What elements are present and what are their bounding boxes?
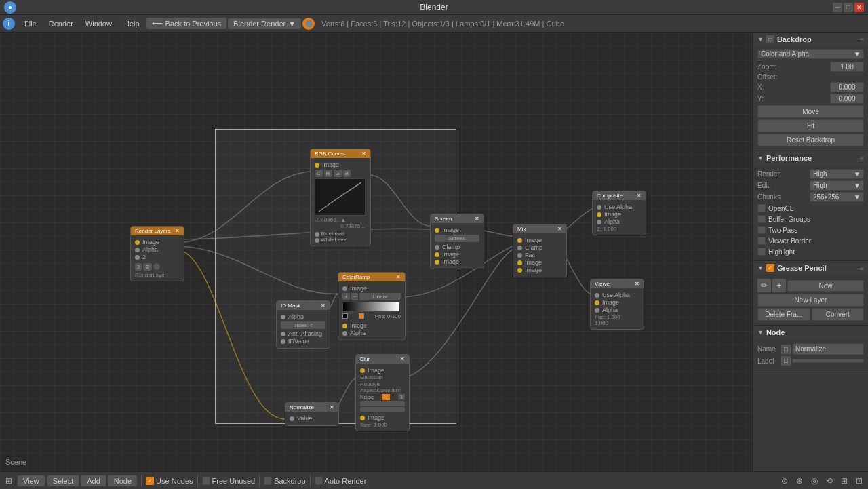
free-unused-checkbox[interactable]: [202, 477, 210, 485]
pivot-icon[interactable]: ◎: [808, 475, 821, 487]
add-menu[interactable]: Add: [81, 475, 106, 486]
node-rgb-curves[interactable]: RGB Curves ✕ Image C R G B: [310, 149, 371, 246]
menubar: i File Render Window Help ⟵ Back to Prev…: [0, 15, 868, 33]
right-icons: ⊙ ⊕ ◎ ⟲ ⊞ ⊡: [778, 475, 865, 487]
name-value[interactable]: Normalize: [792, 343, 864, 355]
node-mix[interactable]: Mix ✕ Image Clamp Fac: [513, 224, 567, 277]
node-header[interactable]: ▼ Node: [753, 326, 868, 339]
view-menu[interactable]: View: [18, 475, 45, 486]
reset-backdrop-button[interactable]: Reset Backdrop: [757, 134, 864, 146]
separator-3: [259, 475, 260, 487]
color-mode-dropdown[interactable]: Color and Alpha ▼: [757, 49, 864, 59]
new-layer-button[interactable]: New Layer: [757, 294, 864, 307]
edit-row: Edit: High ▼: [757, 180, 864, 191]
node-render-layers[interactable]: Render Layers ✕ Image Alpha 2: [130, 226, 184, 281]
maximize-button[interactable]: □: [844, 3, 853, 12]
node-section: ▼ Node Name □ Normalize Label □: [753, 326, 868, 370]
delete-frame-button[interactable]: Delete Fra...: [757, 308, 810, 321]
opencl-row: OpenCL: [757, 203, 864, 213]
node-menu[interactable]: Node: [108, 475, 137, 486]
two-pass-checkbox[interactable]: [757, 226, 766, 234]
backdrop-title: Backdrop: [777, 35, 812, 43]
performance-header[interactable]: ▼ Performance ≡: [753, 151, 868, 165]
backdrop-group: Backdrop: [264, 477, 305, 485]
performance-section: ▼ Performance ≡ Render: High ▼ Edit: Hig…: [753, 151, 868, 261]
offset-row: Offset:: [757, 73, 864, 81]
back-button[interactable]: ⟵ Back to Previous: [146, 18, 227, 29]
move-button[interactable]: Move: [757, 105, 864, 118]
render-engine-select[interactable]: Blender Render ▼: [228, 18, 301, 29]
node-viewer[interactable]: Viewer ✕ Use Alpha Image Alpha: [590, 279, 644, 330]
gp-new-button[interactable]: New: [787, 280, 864, 292]
status-text: Verts:8 | Faces:6 | Tris:12 | Objects:1/…: [316, 20, 570, 28]
close-button[interactable]: ✕: [854, 3, 864, 12]
bottombar: ⊞ View Select Add Node ✓ Use Nodes Free …: [0, 471, 868, 489]
menu-render[interactable]: Render: [43, 18, 79, 29]
node-id-mask[interactable]: ID Mask ✕ Alpha Index: 4 Anti-Aliasing: [276, 300, 330, 349]
auto-render-checkbox[interactable]: [315, 477, 323, 485]
grease-pencil-section: ▼ ✓ Grease Pencil ≡ ✏ + New New Layer De…: [753, 261, 868, 326]
render-quality-dropdown[interactable]: High ▼: [810, 169, 864, 179]
zoom-field[interactable]: 1.00: [830, 62, 864, 72]
node-composite[interactable]: Composite ✕ Use Alpha Image Alpha: [592, 191, 646, 235]
grease-pencil-header[interactable]: ▼ ✓ Grease Pencil ≡: [753, 261, 868, 275]
backdrop-options: ≡: [860, 36, 864, 43]
edit-quality-dropdown[interactable]: High ▼: [810, 180, 864, 191]
separator-4: [310, 475, 311, 487]
render-row: Render: High ▼: [757, 169, 864, 179]
origin-icon[interactable]: ⊕: [793, 475, 806, 487]
grease-pencil-options: ≡: [860, 265, 864, 272]
node-screen[interactable]: Screen ✕ Image Screen Clamp Imag: [430, 214, 484, 269]
menu-help[interactable]: Help: [119, 18, 145, 29]
highlight-checkbox[interactable]: [757, 248, 766, 256]
node-content: Name □ Normalize Label □: [753, 339, 868, 370]
grease-pencil-checkbox[interactable]: ✓: [766, 264, 774, 272]
performance-title: Performance: [766, 154, 812, 162]
backdrop-header[interactable]: ▼ □ Backdrop ≡: [753, 33, 868, 46]
blender-logo: 🌀: [302, 18, 315, 30]
snap-icon[interactable]: ⊙: [778, 475, 791, 487]
node-color-ramp[interactable]: ColorRamp ✕ Image + − Linear: [338, 272, 406, 340]
gp-add-icon[interactable]: +: [772, 279, 786, 292]
chunks-row: Chunks 256x256 ▼: [757, 192, 864, 202]
transform-icon[interactable]: ⟲: [823, 475, 835, 487]
free-unused-group: Free Unused: [202, 477, 256, 485]
fit-button[interactable]: Fit: [757, 119, 864, 132]
scene-label: Scene: [5, 458, 26, 466]
grease-pencil-title: Grease Pencil: [777, 264, 827, 272]
menu-file[interactable]: File: [19, 18, 42, 29]
viewer-border-checkbox[interactable]: [757, 237, 766, 245]
menu-window[interactable]: Window: [80, 18, 117, 29]
extra-icon[interactable]: ⊞: [838, 475, 850, 487]
node-normalize[interactable]: Normalize ✕ Value: [285, 402, 339, 426]
more-icon[interactable]: ⊡: [853, 475, 865, 487]
y-field[interactable]: 0.000: [830, 94, 864, 104]
convert-button[interactable]: Convert: [812, 308, 865, 321]
auto-render-label: Auto Render: [325, 477, 367, 485]
label-value[interactable]: [792, 359, 864, 363]
name-row: Name □ Normalize: [757, 343, 864, 355]
view-type-icon[interactable]: ⊞: [3, 475, 15, 487]
select-menu[interactable]: Select: [47, 475, 79, 486]
x-field[interactable]: 0.000: [830, 82, 864, 92]
node-blur[interactable]: Blur ✕ Image Gaussian Relative AspectCor…: [355, 354, 410, 431]
gp-actions-row: Delete Fra... Convert: [757, 308, 864, 321]
buffer-groups-row: Buffer Groups: [757, 214, 864, 224]
node-arrow: ▼: [757, 329, 764, 336]
chunks-dropdown[interactable]: 256x256 ▼: [810, 192, 864, 202]
node-editor[interactable]: Render Layers ✕ Image Alpha 2: [0, 33, 753, 471]
backdrop-icon: □: [766, 35, 774, 43]
opencl-checkbox[interactable]: [757, 204, 766, 212]
separator-1: [141, 475, 142, 487]
label-row: Label □: [757, 356, 864, 366]
use-nodes-checkbox[interactable]: ✓: [146, 477, 154, 485]
y-row: Y: 0.000: [757, 94, 864, 104]
node-canvas[interactable]: Render Layers ✕ Image Alpha 2: [0, 33, 753, 471]
label-field-icon: □: [781, 356, 791, 366]
backdrop-label: Backdrop: [274, 477, 305, 485]
backdrop-checkbox[interactable]: [264, 477, 272, 485]
minimize-button[interactable]: –: [833, 3, 842, 12]
gp-pencil-icon[interactable]: ✏: [757, 279, 771, 292]
buffer-groups-checkbox[interactable]: [757, 215, 766, 223]
zoom-row: Zoom: 1.00: [757, 62, 864, 72]
